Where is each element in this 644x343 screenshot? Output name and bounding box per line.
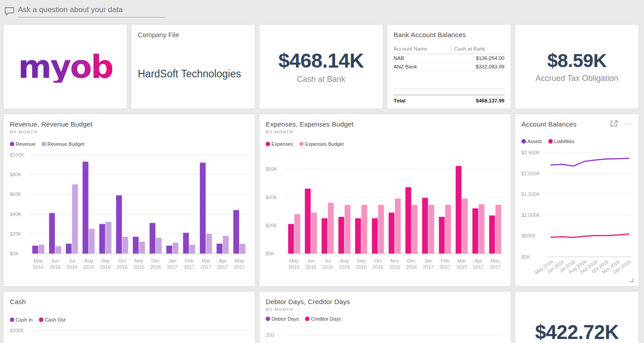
myob-logo: myob bbox=[18, 51, 113, 83]
svg-text:Dec2016: Dec2016 bbox=[406, 258, 417, 270]
svg-text:Apr2017: Apr2017 bbox=[473, 258, 484, 270]
resize-handle[interactable] bbox=[629, 278, 633, 282]
svg-text:$60K: $60K bbox=[10, 191, 21, 197]
svg-text:$20K: $20K bbox=[266, 223, 277, 228]
amount-cell: $136,054.00 bbox=[451, 54, 504, 63]
legend-item[interactable]: Assets bbox=[521, 139, 542, 144]
legend-dot-icon bbox=[42, 142, 46, 146]
svg-text:May2017: May2017 bbox=[234, 258, 245, 270]
table-row[interactable]: NAB$136,054.00 bbox=[394, 54, 504, 63]
svg-text:Sep2016: Sep2016 bbox=[100, 258, 110, 270]
table-row[interactable]: ANZ Bank$332,083.99 bbox=[394, 63, 504, 71]
legend-label: Expenses Budget bbox=[305, 141, 343, 147]
total-value: $468,137.99 bbox=[476, 98, 504, 103]
expenses-chart-title: Expenses, Expenses Budget bbox=[266, 120, 504, 128]
tile-debtor-days-chart[interactable]: Debtor Days, Creditor Days BY MONTH Debt… bbox=[259, 292, 511, 343]
revenue-chart-title: Revenue, Revenue Budget bbox=[10, 120, 249, 128]
cash-chart-title: Cash bbox=[10, 298, 249, 305]
svg-text:Sep2016: Sep2016 bbox=[356, 258, 366, 270]
total-label: Total bbox=[394, 98, 406, 103]
svg-text:$0K: $0K bbox=[10, 251, 19, 256]
legend-item[interactable]: Cash In bbox=[10, 317, 33, 322]
svg-text:May2017: May2017 bbox=[490, 258, 500, 270]
qa-topbar: Ask a question about your data bbox=[0, 0, 644, 21]
legend-item[interactable]: Liabilities bbox=[548, 139, 574, 144]
svg-text:Dec2016: Dec2016 bbox=[150, 258, 161, 270]
tile-myob-logo[interactable]: myob bbox=[4, 25, 127, 109]
svg-text:Nov2016: Nov2016 bbox=[133, 258, 144, 270]
svg-text:Jul2016: Jul2016 bbox=[322, 258, 333, 270]
revenue-legend: RevenueRevenue Budget bbox=[10, 141, 249, 147]
svg-text:Jan2017: Jan2017 bbox=[423, 258, 433, 270]
bank-balances-title: Bank Account Balances bbox=[394, 31, 504, 38]
tile-account-balances-chart[interactable]: Account Balances ··· AssetsLiabilities $… bbox=[515, 114, 639, 286]
column-header-account-name: Account Name bbox=[394, 45, 451, 54]
legend-label: Debtor Days bbox=[271, 316, 299, 322]
tile-cash-chart[interactable]: Cash Cash InCash Out $300K bbox=[4, 292, 255, 343]
column-header-cash-at-bank: Cash at Bank bbox=[451, 45, 504, 54]
cash-at-bank-value: $468.14K bbox=[278, 49, 364, 72]
svg-text:$1,000K: $1,000K bbox=[521, 212, 540, 218]
legend-label: Cash In bbox=[16, 317, 33, 322]
more-options-icon[interactable]: ··· bbox=[623, 122, 632, 126]
legend-item[interactable]: Debtor Days bbox=[266, 316, 299, 322]
expenses-bar-chart[interactable]: $0K$20K$40K$60KMay2016Jun2016Jul2016Aug2… bbox=[266, 149, 504, 280]
legend-item[interactable]: Cash Out bbox=[39, 317, 65, 322]
tile-expenses-chart[interactable]: Expenses, Expenses Budget BY MONTH Expen… bbox=[259, 114, 511, 286]
tile-accrued-tax-kpi[interactable]: $8.59K Accrued Tax Obligation bbox=[515, 25, 639, 109]
legend-item[interactable]: Revenue Budget bbox=[42, 141, 84, 147]
svg-text:$100K: $100K bbox=[10, 152, 24, 157]
legend-label: Cash Out bbox=[45, 317, 65, 322]
legend-dot-icon bbox=[548, 139, 553, 144]
tile-company-file[interactable]: Company File HardSoft Technologies bbox=[131, 25, 255, 109]
qa-search-input[interactable]: Ask a question about your data bbox=[18, 5, 165, 17]
table-total-row: Total $468,137.99 bbox=[394, 95, 504, 103]
svg-text:$60K: $60K bbox=[266, 166, 277, 172]
expenses-legend: ExpensesExpenses Budget bbox=[266, 141, 504, 147]
bank-balances-table[interactable]: Account Name Cash at Bank NAB$136,054.00… bbox=[394, 45, 504, 71]
svg-text:May2016: May2016 bbox=[33, 258, 43, 270]
tile-bank-account-balances[interactable]: Bank Account Balances Account Name Cash … bbox=[387, 25, 511, 109]
legend-item[interactable]: Expenses Budget bbox=[299, 141, 343, 147]
account-name-cell: ANZ Bank bbox=[394, 63, 451, 71]
svg-text:Apr2017: Apr2017 bbox=[217, 258, 228, 270]
tile-revenue-chart[interactable]: Revenue, Revenue Budget BY MONTH Revenue… bbox=[4, 114, 255, 286]
svg-text:Nov2016: Nov2016 bbox=[389, 258, 400, 270]
svg-text:Aug2016: Aug2016 bbox=[83, 258, 94, 270]
account-name-cell: NAB bbox=[394, 54, 451, 63]
svg-text:Feb2017: Feb2017 bbox=[184, 258, 195, 270]
account-balances-title: Account Balances bbox=[521, 120, 576, 128]
speech-bubble-icon bbox=[4, 7, 14, 16]
focus-mode-icon[interactable] bbox=[610, 120, 618, 127]
cash-legend: Cash InCash Out bbox=[10, 317, 249, 322]
legend-label: Assets bbox=[527, 139, 542, 144]
legend-item[interactable]: Expenses bbox=[266, 141, 293, 147]
receivables-value: $422.72K bbox=[535, 321, 619, 343]
revenue-chart-subtitle: BY MONTH bbox=[10, 129, 249, 134]
legend-label: Liabilities bbox=[554, 139, 574, 144]
legend-item[interactable]: Revenue bbox=[10, 141, 35, 147]
svg-text:$1,500K: $1,500K bbox=[521, 191, 540, 197]
legend-dot-icon bbox=[39, 318, 43, 322]
legend-item[interactable]: Creditor Days bbox=[305, 316, 341, 322]
legend-label: Revenue bbox=[16, 141, 35, 147]
account-balances-line-chart[interactable]: $0K$500K$1,000K$1,500K$2,000K$2,500KMay … bbox=[521, 147, 632, 281]
legend-label: Expenses bbox=[271, 141, 293, 147]
svg-text:Oct2016: Oct2016 bbox=[117, 258, 127, 270]
svg-text:$40K: $40K bbox=[266, 195, 277, 200]
accrued-tax-value: $8.59K bbox=[547, 50, 606, 72]
expenses-chart-subtitle: BY MONTH bbox=[266, 129, 504, 134]
svg-text:Oct2016: Oct2016 bbox=[373, 258, 383, 270]
svg-text:$0K: $0K bbox=[521, 254, 530, 259]
revenue-bar-chart[interactable]: $0K$20K$40K$60K$80K$100KMay2016Jun2016Ju… bbox=[10, 149, 249, 280]
table-divider bbox=[394, 89, 504, 89]
debtor-days-chart[interactable]: 200 bbox=[266, 325, 504, 343]
tile-receivables-kpi[interactable]: $422.72K Receivables Outstanding bbox=[515, 292, 639, 343]
tile-cash-at-bank-kpi[interactable]: $468.14K Cash at Bank bbox=[259, 25, 383, 109]
company-file-value: HardSoft Technologies bbox=[138, 68, 249, 80]
cash-bar-chart[interactable]: $300K bbox=[10, 326, 249, 343]
legend-dot-icon bbox=[305, 317, 309, 321]
legend-dot-icon bbox=[266, 142, 270, 146]
svg-text:Jun2016: Jun2016 bbox=[305, 258, 316, 270]
debtor-days-subtitle: BY MONTH bbox=[266, 307, 504, 312]
